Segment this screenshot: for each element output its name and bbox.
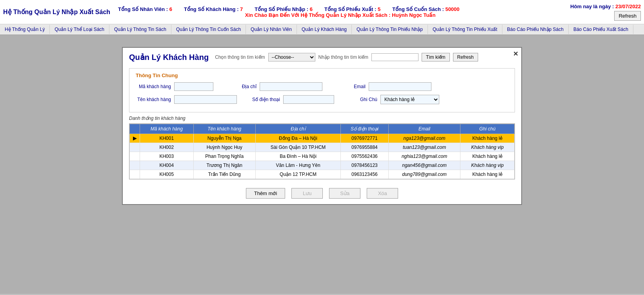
table-cell [130, 152, 140, 161]
label-ma: Mã khách hàng [136, 84, 171, 89]
sua-button[interactable]: Sửa [329, 188, 360, 199]
form-row-1: Mã khách hàng Địa chỉ Email [136, 82, 508, 91]
table-row[interactable]: ▶KH001Nguyễn Thị NgaĐồng Đa – Hà Nội0976… [130, 134, 515, 143]
nav-bar: Hệ Thống Quản Lý Quản Lý Thể Loại Sách Q… [0, 24, 644, 35]
label-ghichu: Ghi Chú [342, 97, 377, 102]
table-row[interactable]: KH003Phan Trọng NghĩaBa Đình – Hà Nội097… [130, 152, 515, 161]
table-cell: 0976955884 [341, 143, 388, 152]
app-title: Hệ Thống Quản Lý Nhập Xuất Sách [3, 8, 110, 16]
table-cell: ▶ [130, 134, 140, 143]
nav-item-the-loai[interactable]: Quản Lý Thể Loại Sách [50, 25, 109, 34]
field-ghichu: Ghi Chú Khách hàng lẻ Khách hàng vip [342, 95, 439, 104]
table-cell: Khách hàng lẻ [460, 170, 515, 179]
stats-area: Tổng Số Nhân Viên : 6 Tổng Số Khách Hàng… [118, 6, 562, 18]
date-display: Hôm nay là ngày : 23/07/2022 [570, 4, 641, 9]
table-wrapper[interactable]: Mã khách hàng Tên khách hàng Địa chỉ Số … [129, 123, 515, 179]
table-cell: Ba Đình – Hà Nội [255, 152, 340, 161]
stat-khach-hang: Tổng Số Khách Hàng : 7 [184, 6, 243, 12]
xoa-button[interactable]: Xóa [367, 188, 398, 199]
field-ten: Tên khách hàng [136, 95, 237, 104]
stats-row-1: Tổng Số Nhân Viên : 6 Tổng Số Khách Hàng… [118, 6, 562, 12]
table-cell: Sài Gòn Quận 10 TP.HCM [255, 143, 340, 152]
table-cell: 0976972771 [341, 134, 388, 143]
dialog-title: Quản Lý Khách Hàng [129, 52, 209, 62]
col-ghichu: Ghi chú [460, 124, 515, 134]
input-ma[interactable] [174, 82, 213, 91]
search-chon-label: Chọn thông tin tìm kiếm [215, 54, 265, 60]
table-cell: Khách hàng lẻ [460, 134, 515, 143]
field-diachi: Địa chỉ [221, 82, 322, 91]
table-row[interactable]: KH004Trương Thị NgânVăn Lâm - Hưng Yên09… [130, 161, 515, 170]
them-moi-button[interactable]: Thêm mới [246, 188, 286, 199]
table-cell: Nguyễn Thị Nga [193, 134, 255, 143]
nav-item-bao-cao-xuat[interactable]: Báo Cáo Phiếu Xuất Sách [569, 25, 633, 34]
label-email: Email [330, 84, 366, 89]
date-area: Hôm nay là ngày : 23/07/2022 Refresh [570, 4, 641, 21]
button-bar: Thêm mới Lưu Sửa Xóa [123, 183, 521, 204]
table-cell: Huỳnh Ngọc Huy [193, 143, 255, 152]
col-ten: Tên khách hàng [193, 124, 255, 134]
col-ma: Mã khách hàng [140, 124, 194, 134]
field-sdt: Số điện thoại [245, 95, 334, 104]
luu-button[interactable]: Lưu [291, 188, 323, 199]
main-content: ✕ Quản Lý Khách Hàng Chọn thông tin tìm … [0, 35, 644, 294]
table-cell: Quận 12 TP.HCM [255, 170, 340, 179]
field-ma: Mã khách hàng [136, 82, 213, 91]
form-row-2: Tên khách hàng Số điện thoại Ghi Chú Khá… [136, 95, 508, 104]
search-select[interactable]: --Choose-- [268, 53, 315, 62]
nav-item-nhan-vien[interactable]: Quản Lý Nhân Viên [246, 25, 297, 34]
col-sdt: Số điện thoại [341, 124, 388, 134]
customer-table: Mã khách hàng Tên khách hàng Địa chỉ Số … [129, 124, 515, 179]
select-ghichu[interactable]: Khách hàng lẻ Khách hàng vip [380, 95, 439, 104]
table-cell: KH005 [140, 170, 194, 179]
table-cell: 0963123456 [341, 170, 388, 179]
table-cell: dung789@gmail.com [388, 170, 460, 179]
nav-item-khach-hang[interactable]: Quản Lý Khách Hàng [297, 25, 352, 34]
table-section: Danh thống tin khách hàng Mã khách hàng … [129, 116, 515, 179]
table-cell: Khách hàng lẻ [460, 152, 515, 161]
field-email: Email [330, 82, 431, 91]
table-cell: KH003 [140, 152, 194, 161]
form-section-title: Thông Tin Chung [136, 72, 508, 78]
dialog-close-button[interactable]: ✕ [513, 51, 518, 57]
nav-item-phieu-xuat[interactable]: Quản Lý Thông Tin Phiếu Xuất [428, 25, 502, 34]
refresh-dialog-button[interactable]: Refresh [453, 53, 478, 62]
title-bar: Hệ Thống Quản Lý Nhập Xuất Sách Tổng Số … [0, 0, 644, 24]
table-cell: 0978456123 [341, 161, 388, 170]
table-row[interactable]: KH005Trần Tiến DũngQuận 12 TP.HCM0963123… [130, 170, 515, 179]
label-sdt: Số điện thoại [245, 97, 280, 102]
refresh-top-button[interactable]: Refresh [614, 11, 641, 21]
table-section-title: Danh thống tin khách hàng [129, 116, 515, 121]
label-ten: Tên khách hàng [136, 97, 171, 102]
table-cell: Khách hàng vip [460, 143, 515, 152]
form-section: Thông Tin Chung Mã khách hàng Địa chỉ Em… [129, 68, 515, 112]
table-cell: ngan456@gmail.com [388, 161, 460, 170]
nav-item-bao-cao-nhap[interactable]: Báo Cáo Phiếu Nhập Sách [502, 25, 569, 34]
nav-item-cuon-sach[interactable]: Quản Lý Thông Tin Cuốn Sách [171, 25, 246, 34]
table-cell: Phan Trọng Nghĩa [193, 152, 255, 161]
input-sdt[interactable] [283, 95, 334, 104]
label-diachi: Địa chỉ [221, 84, 257, 89]
tim-kiem-button[interactable]: Tìm kiếm [422, 53, 450, 62]
table-cell [130, 170, 140, 179]
nav-item-phieu-nhap[interactable]: Quản Lý Thông Tin Phiếu Nhập [352, 25, 428, 34]
stat-phieu-xuat: Tổng Số Phiếu Xuất : 5 [324, 6, 380, 12]
table-cell: nga123@gmail.com [388, 134, 460, 143]
nav-item-he-thong[interactable]: Hệ Thống Quản Lý [0, 25, 50, 34]
input-ten[interactable] [174, 95, 237, 104]
col-email: Email [388, 124, 460, 134]
input-email[interactable] [369, 82, 431, 91]
search-input[interactable] [371, 53, 418, 61]
table-cell [130, 161, 140, 170]
table-cell [130, 143, 140, 152]
input-diachi[interactable] [260, 82, 322, 91]
stat-nhan-vien: Tổng Số Nhân Viên : 6 [118, 6, 172, 12]
table-cell: Đồng Đa – Hà Nội [255, 134, 340, 143]
table-row[interactable]: KH002Huỳnh Ngọc HuySài Gòn Quận 10 TP.HC… [130, 143, 515, 152]
stat-cuon-sach: Tổng Số Cuốn Sách : 50000 [392, 6, 459, 12]
nav-item-thong-tin-sach[interactable]: Quản Lý Thông Tin Sách [109, 25, 171, 34]
table-cell: Trương Thị Ngân [193, 161, 255, 170]
col-indicator [130, 124, 140, 134]
table-cell: tuan123@gmail.com [388, 143, 460, 152]
dialog-header: Quản Lý Khách Hàng Chọn thông tin tìm ki… [123, 48, 521, 65]
